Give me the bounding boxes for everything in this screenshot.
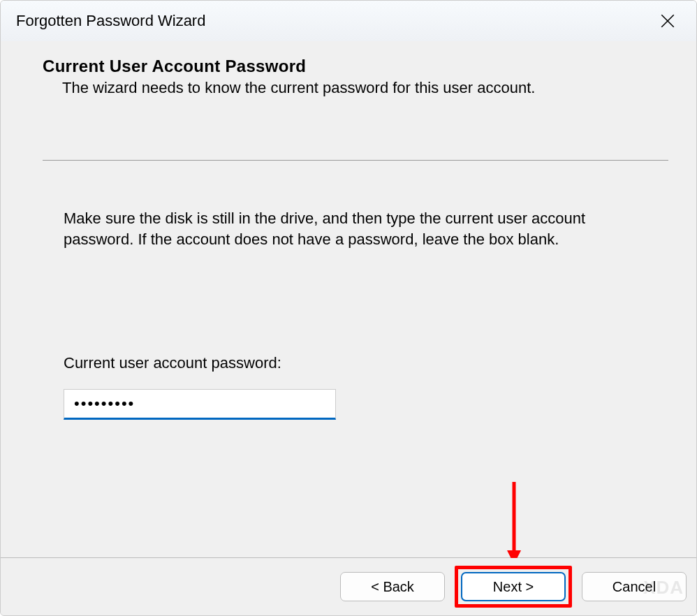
x-icon — [661, 14, 675, 28]
page-subtitle: The wizard needs to know the current pas… — [62, 79, 668, 97]
next-button[interactable]: Next > — [461, 572, 566, 601]
wizard-footer: < Back Next > Cancel XDA — [1, 558, 696, 615]
instruction-text: Make sure the disk is still in the drive… — [64, 208, 615, 249]
back-button[interactable]: < Back — [340, 572, 445, 601]
close-icon[interactable] — [652, 5, 684, 37]
cancel-button[interactable]: Cancel — [582, 572, 687, 601]
annotation-highlight: Next > — [455, 566, 572, 608]
wizard-content: Make sure the disk is still in the drive… — [1, 179, 696, 557]
wizard-window: Forgotten Password Wizard Current User A… — [0, 0, 697, 616]
titlebar: Forgotten Password Wizard — [1, 1, 696, 41]
password-field-group: Current user account password: — [64, 354, 633, 420]
header-divider — [43, 160, 668, 161]
wizard-header: Current User Account Password The wizard… — [1, 41, 696, 179]
password-input[interactable] — [64, 389, 336, 420]
password-label: Current user account password: — [64, 354, 633, 372]
page-title: Current User Account Password — [43, 57, 668, 76]
window-title: Forgotten Password Wizard — [16, 12, 205, 30]
